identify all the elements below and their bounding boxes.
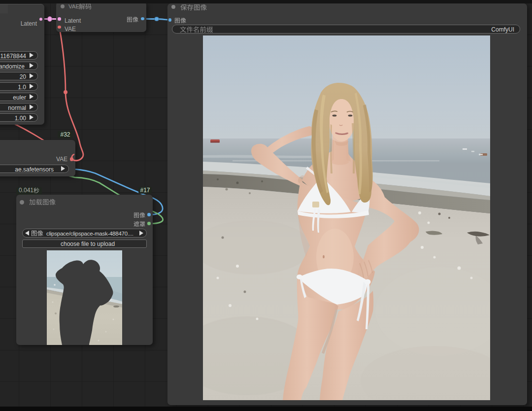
svg-text:0.041: 0.041	[19, 187, 33, 194]
